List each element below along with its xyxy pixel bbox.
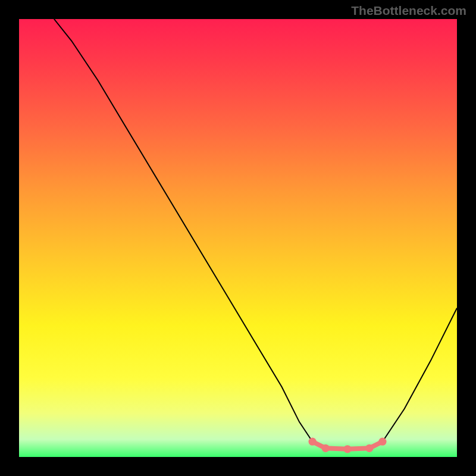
chart-curve [19,19,457,457]
watermark-text: TheBottleneck.com [351,4,466,18]
highlight-dot [308,438,316,446]
highlight-dot [343,445,351,453]
curve-line [54,19,457,449]
highlight-dot [365,444,373,452]
highlight-dot [322,444,330,452]
highlight-dot [378,438,386,446]
plot-area [19,19,457,457]
